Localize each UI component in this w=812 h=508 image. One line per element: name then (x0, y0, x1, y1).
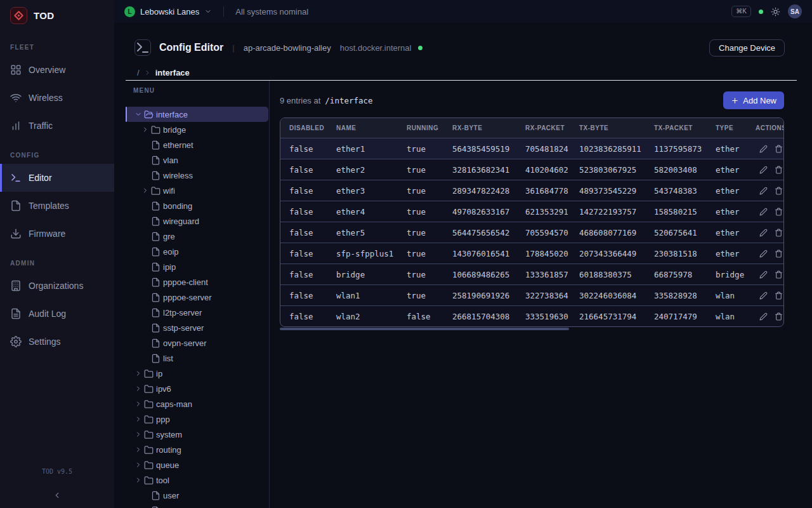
tree-item-user[interactable]: user (126, 488, 268, 503)
tree-item-partial[interactable] (126, 503, 268, 508)
edit-row-button[interactable] (759, 271, 768, 279)
file-icon (151, 323, 160, 333)
edit-row-button[interactable] (759, 312, 768, 321)
sidebar-collapse-button[interactable] (0, 483, 114, 508)
edit-row-button[interactable] (759, 187, 768, 195)
edit-row-button[interactable] (759, 145, 768, 153)
delete-row-button[interactable] (775, 250, 783, 258)
tree-item-bridge[interactable]: bridge (126, 122, 268, 137)
tree-item-queue[interactable]: queue (126, 457, 268, 472)
tree-item-wireless[interactable]: wireless (126, 168, 268, 183)
edit-row-button[interactable] (759, 250, 768, 258)
edit-row-button[interactable] (759, 208, 768, 216)
cell-tx-packet: 582003408 (654, 165, 716, 175)
delete-row-button[interactable] (775, 145, 783, 153)
tree-item-label: ovpn-server (163, 338, 207, 348)
sidebar-item-organizations[interactable]: Organizations (0, 272, 114, 300)
config-tree: interfacebridgeethernetvlanwirelesswifib… (114, 107, 269, 508)
sidebar-item-settings[interactable]: Settings (0, 328, 114, 356)
delete-row-button[interactable] (775, 229, 783, 237)
cell-tx-byte: 302246036084 (579, 291, 654, 300)
edit-row-button[interactable] (759, 291, 768, 300)
cell-name: sfp-sfpplus1 (336, 249, 407, 258)
command-palette-shortcut[interactable]: ⌘K (731, 6, 751, 17)
tree-item-ppp[interactable]: ppp (126, 411, 268, 427)
delete-row-button[interactable] (775, 187, 783, 195)
tree-item-ipip[interactable]: ipip (126, 259, 268, 274)
tree-item-pppoe-client[interactable]: pppoe-client (126, 274, 268, 290)
change-device-button[interactable]: Change Device (709, 39, 785, 57)
cell-disabled: false (280, 165, 336, 175)
tree-item-tool[interactable]: tool (126, 472, 268, 488)
cell-rx-byte: 564385459519 (452, 144, 525, 154)
tree-item-caps-man[interactable]: caps-man (126, 396, 268, 411)
delete-row-button[interactable] (775, 208, 783, 216)
delete-row-button[interactable] (775, 271, 783, 279)
cell-tx-packet: 66875978 (654, 270, 716, 279)
pencil-icon (759, 271, 768, 279)
download-icon (10, 228, 22, 239)
sidebar-item-label: Organizations (29, 281, 83, 291)
tree-item-l2tp-server[interactable]: l2tp-server (126, 305, 268, 320)
tree-item-eoip[interactable]: eoip (126, 244, 268, 259)
sidebar-item-wireless[interactable]: Wireless (0, 84, 114, 112)
delete-row-button[interactable] (775, 291, 783, 300)
cell-disabled: false (280, 186, 336, 196)
status-dot (759, 10, 763, 14)
sidebar-item-traffic[interactable]: Traffic (0, 112, 114, 140)
tree-item-list[interactable]: list (126, 351, 268, 366)
tree-item-interface[interactable]: interface (126, 107, 268, 122)
horizontal-scrollbar-thumb[interactable] (280, 328, 569, 330)
pencil-icon (759, 229, 768, 237)
sidebar-item-overview[interactable]: Overview (0, 56, 114, 84)
cell-running: true (407, 165, 452, 175)
add-new-button[interactable]: Add New (723, 91, 784, 109)
sidebar-item-templates[interactable]: Templates (0, 192, 114, 220)
edit-row-button[interactable] (759, 229, 768, 237)
tree-item-routing[interactable]: routing (126, 442, 268, 457)
header-divider: | (232, 43, 234, 53)
chevron-right-icon (141, 126, 149, 133)
main-column: L Lebowski Lanes All systems nominal ⌘K … (114, 0, 812, 508)
chevron-right-icon (144, 69, 151, 76)
tree-item-vlan[interactable]: vlan (126, 152, 268, 168)
breadcrumb-root[interactable]: / (137, 68, 140, 77)
tree-item-label: ipip (163, 262, 176, 272)
tree-item-ethernet[interactable]: ethernet (126, 137, 268, 152)
theme-toggle-sun-icon[interactable] (771, 7, 780, 17)
cell-name: ether3 (336, 186, 407, 196)
folder-icon (144, 369, 154, 378)
delete-row-button[interactable] (775, 166, 783, 174)
table-body: falseether1true5643854595197054818241023… (280, 138, 783, 326)
cell-actions (756, 166, 783, 174)
tree-item-wifi[interactable]: wifi (126, 183, 268, 198)
sidebar-item-firmware[interactable]: Firmware (0, 220, 114, 248)
pencil-icon (759, 145, 768, 153)
tree-panel: MENU interfacebridgeethernetvlanwireless… (114, 81, 270, 508)
tree-item-bonding[interactable]: bonding (126, 198, 268, 213)
sidebar-item-editor[interactable]: Editor (0, 164, 114, 192)
tree-item-wireguard[interactable]: wireguard (126, 213, 268, 229)
tree-item-system[interactable]: system (126, 427, 268, 442)
tree-item-ip[interactable]: ip (126, 366, 268, 381)
user-avatar[interactable]: SA (788, 4, 802, 18)
tree-item-pppoe-server[interactable]: pppoe-server (126, 290, 268, 305)
pencil-icon (759, 312, 768, 321)
delete-row-button[interactable] (775, 312, 783, 321)
cell-name: ether5 (336, 228, 407, 237)
app-root: TOD FLEETOverviewWirelessTrafficCONFIGEd… (0, 0, 812, 508)
tree-item-gre[interactable]: gre (126, 229, 268, 244)
org-selector[interactable]: L Lebowski Lanes (124, 6, 212, 17)
edit-row-button[interactable] (759, 166, 768, 174)
tree-item-label: tool (156, 476, 169, 485)
folder-icon (144, 430, 154, 439)
sidebar-item-audit-log[interactable]: Audit Log (0, 300, 114, 328)
tree-item-ovpn-server[interactable]: ovpn-server (126, 335, 268, 351)
table-row: falseether4true4970826331676213532911427… (280, 201, 783, 222)
tree-item-ipv6[interactable]: ipv6 (126, 381, 268, 396)
cell-name: wlan2 (336, 312, 407, 321)
file-icon (151, 308, 160, 318)
tree-item-sstp-server[interactable]: sstp-server (126, 320, 268, 335)
cell-tx-packet: 230381518 (654, 249, 716, 258)
tree-item-label: bonding (163, 201, 192, 211)
